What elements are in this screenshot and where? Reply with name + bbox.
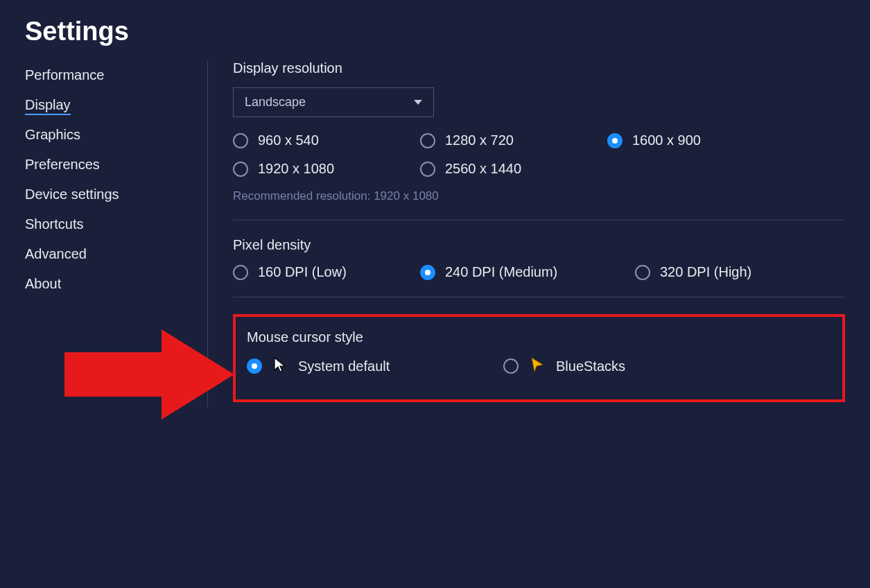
sidebar-item-advanced[interactable]: Advanced [25,239,182,269]
recommended-resolution-text: Recommended resolution: 1920 x 1080 [233,189,845,203]
radio-icon [503,358,519,374]
sidebar-item-device-settings[interactable]: Device settings [25,180,182,209]
display-resolution-section: Display resolution Landscape 960 x 540 1… [233,60,845,220]
resolution-option-1600x900[interactable]: 1600 x 900 [607,132,794,148]
orientation-select[interactable]: Landscape [233,87,434,117]
chevron-down-icon [414,100,422,105]
radio-icon [420,265,435,280]
sidebar-item-about[interactable]: About [25,269,182,299]
sidebar-item-graphics[interactable]: Graphics [25,120,182,150]
resolution-option-2560x1440[interactable]: 2560 x 1440 [420,161,607,177]
radio-icon [233,133,248,148]
bluestacks-cursor-icon [530,356,545,376]
resolution-option-1280x720[interactable]: 1280 x 720 [420,132,607,148]
pixel-density-section: Pixel density 160 DPI (Low) 240 DPI (Med… [233,237,845,297]
sidebar-item-shortcuts[interactable]: Shortcuts [25,209,182,239]
sidebar-item-preferences[interactable]: Preferences [25,150,182,180]
sidebar-item-display[interactable]: Display [25,90,182,120]
radio-icon [635,265,650,280]
orientation-selected-label: Landscape [245,95,306,110]
system-cursor-icon [273,356,287,376]
dpi-option-240[interactable]: 240 DPI (Medium) [420,264,635,280]
pixel-density-heading: Pixel density [233,237,845,253]
radio-icon [233,162,248,177]
radio-icon [247,358,262,374]
radio-icon [233,265,248,280]
sidebar-item-performance[interactable]: Performance [25,60,182,90]
dpi-option-160[interactable]: 160 DPI (Low) [233,264,420,280]
mouse-cursor-section: Mouse cursor style System default [233,314,845,402]
resolution-option-960x540[interactable]: 960 x 540 [233,132,420,148]
resolution-option-1920x1080[interactable]: 1920 x 1080 [233,161,420,177]
radio-icon [420,133,435,148]
display-resolution-heading: Display resolution [233,60,845,76]
annotation-arrow-icon [58,326,238,426]
cursor-option-bluestacks[interactable]: BlueStacks [503,356,711,376]
page-title: Settings [0,0,870,60]
cursor-option-system-default[interactable]: System default [247,356,503,376]
mouse-cursor-heading: Mouse cursor style [247,329,831,345]
radio-icon [420,162,435,177]
radio-icon [607,133,623,148]
dpi-option-320[interactable]: 320 DPI (High) [635,264,822,280]
